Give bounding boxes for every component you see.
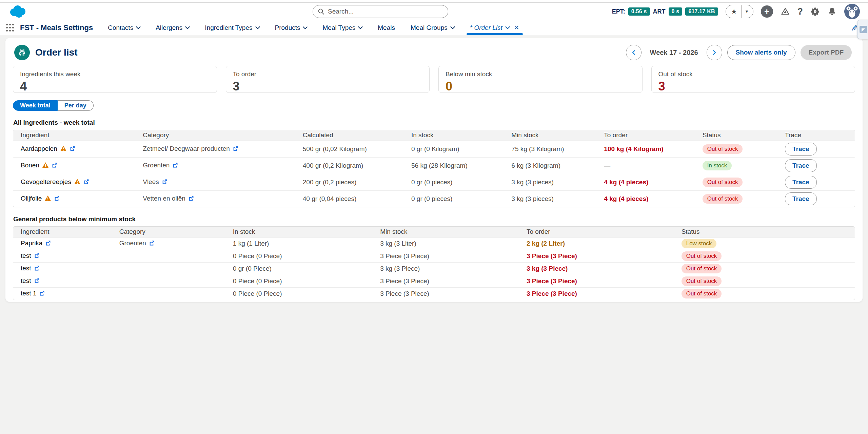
to-order-value: 3 Piece (3 Piece) [527,275,682,287]
favorites-control[interactable]: ★ ▼ [726,5,753,18]
open-record-icon[interactable] [162,179,167,186]
in-stock-value: 56 kg (28 Kilogram) [411,157,511,174]
tab-meals[interactable]: Meals [378,20,395,35]
col-in-stock: In stock [233,227,380,237]
chevron-down-icon[interactable] [136,24,141,29]
in-stock-value: 0 gr (0 pieces) [411,190,511,207]
next-week-button[interactable] [707,45,722,60]
guidance-center-icon[interactable] [781,7,790,16]
previous-week-button[interactable] [626,45,642,60]
status-badge: Out of stock [682,276,722,286]
open-record-icon[interactable] [172,162,178,170]
chevron-right-icon [711,49,717,56]
tab-order-list[interactable]: * Order List ✕ [470,20,519,35]
ingredient-row: BonenGroenten400 gr (0,2 Kilogram)56 kg … [13,157,855,174]
show-alerts-only-button[interactable]: Show alerts only [727,45,795,60]
trace-button[interactable]: Trace [785,143,817,156]
min-stock-value: 3 Piece (3 Piece) [380,275,527,287]
to-order-value: 100 kg (4 Kilogram) [604,141,702,157]
art-value-badge: 0 s [669,7,683,16]
open-record-icon[interactable] [45,240,51,248]
notifications-bell-icon[interactable] [827,7,837,16]
ingredient-row: AardappelenZetmeel/ Deegwaar-producten50… [13,141,855,157]
to-order-value: 4 kg (4 pieces) [604,190,702,207]
min-stock-value: 3 kg (3 Piece) [380,262,527,275]
min-stock-value: 3 Piece (3 Piece) [380,287,527,300]
favorites-star-icon[interactable]: ★ [726,7,741,16]
col-min-stock: Min stock [380,227,527,237]
min-stock-value: 6 kg (3 Kilogram) [511,157,604,174]
page-header: Order list Week 17 - 2026 Show alerts on… [5,38,863,60]
export-pdf-button[interactable]: Export PDF [801,45,852,60]
status-badge: In stock [703,161,732,170]
perf-monitor: EPT: 0.56 s ART 0 s 617.17 KB [612,7,718,16]
in-stock-value: 0 gr (0 pieces) [411,174,511,190]
open-record-icon[interactable] [188,195,194,203]
app-name: FST - Meals Settings [20,23,93,32]
help-icon[interactable]: ? [797,6,803,17]
open-record-icon[interactable] [233,146,238,153]
open-record-icon[interactable] [149,240,155,248]
open-record-icon[interactable] [54,195,60,203]
category-name: Vlees [143,178,159,185]
card-value: 3 [658,79,848,94]
open-record-icon[interactable] [34,278,40,285]
category-name: Vetten en oliën [143,195,185,202]
open-record-icon[interactable] [83,179,89,186]
favorites-caret-icon[interactable]: ▼ [742,9,753,14]
category-name: Zetmeel/ Deegwaar-producten [143,145,230,152]
trace-button[interactable]: Trace [785,192,817,205]
tab-ingredient-types[interactable]: Ingredient Types [205,20,259,35]
side-panel-handle[interactable]: ◤ [857,20,868,39]
open-record-icon[interactable] [34,265,40,273]
status-badge: Out of stock [703,144,743,154]
chevron-down-icon[interactable] [450,24,455,29]
tab-products[interactable]: Products [275,20,307,35]
app-launcher-icon[interactable] [6,24,14,32]
open-record-icon[interactable] [52,162,57,170]
chevron-down-icon[interactable] [505,24,510,29]
chevron-down-icon[interactable] [185,24,190,29]
global-add-icon[interactable]: + [761,5,773,18]
global-search-box[interactable] [313,5,448,18]
trace-button[interactable]: Trace [785,159,817,172]
search-input[interactable] [328,8,443,15]
card-out-of-stock: Out of stock 3 [651,66,855,93]
search-icon [318,8,324,15]
open-record-icon[interactable] [70,146,75,153]
col-status: Status [682,227,855,237]
table-header-row: Ingredient Category Calculated In stock … [13,130,855,141]
card-value: 3 [233,79,423,94]
tab-allergens[interactable]: Allergens [156,20,189,35]
chevron-down-icon[interactable] [358,24,363,29]
trace-button[interactable]: Trace [785,176,817,189]
week-total-toggle[interactable]: Week total [13,100,58,111]
col-in-stock: In stock [411,130,511,141]
size-value-badge: 617.17 KB [685,7,718,16]
open-record-icon[interactable] [39,290,45,298]
chevron-down-icon[interactable] [255,24,260,29]
ingredient-row: OlijfolieVetten en oliën40 gr (0,04 piec… [13,190,855,207]
close-tab-icon[interactable]: ✕ [514,24,519,32]
ingredient-name: Aardappelen [21,145,57,152]
view-toggle: Week total Per day [13,100,94,111]
product-row: test 10 Piece (0 Piece)3 Piece (3 Piece)… [13,287,855,300]
card-ingredients-this-week: Ingredients this week 4 [13,66,217,93]
setup-gear-icon[interactable] [810,7,820,16]
per-day-toggle[interactable]: Per day [58,100,94,111]
in-stock-value: 1 kg (1 Liter) [233,237,380,250]
tab-contacts[interactable]: Contacts [108,20,140,35]
tab-meal-groups[interactable]: Meal Groups [411,20,454,35]
calculated-value: 400 gr (0,2 Kilogram) [303,157,411,174]
user-avatar[interactable] [844,4,860,19]
status-badge: Out of stock [682,289,722,298]
ingredient-name: test 1 [21,290,36,297]
status-badge: Out of stock [682,264,722,273]
open-record-icon[interactable] [34,253,40,260]
salesforce-cloud-logo[interactable] [9,5,28,18]
col-to-order: To order [527,227,682,237]
calculated-value: 200 gr (0,2 pieces) [303,174,411,190]
tab-meal-types[interactable]: Meal Types [322,20,362,35]
chevron-down-icon[interactable] [303,24,308,29]
card-value: 4 [20,79,210,94]
